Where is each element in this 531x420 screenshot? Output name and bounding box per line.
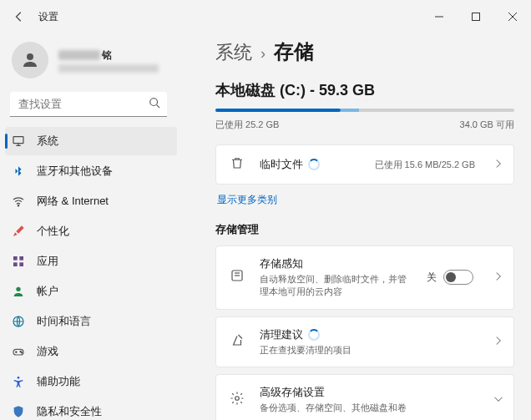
breadcrumb-current: 存储 xyxy=(274,38,314,65)
advanced-sub: 备份选项、存储空间、其他磁盘和卷 xyxy=(260,402,480,414)
svg-rect-8 xyxy=(19,262,23,266)
search-box[interactable] xyxy=(10,92,167,117)
system-icon xyxy=(12,134,25,148)
user-name-blurred xyxy=(58,50,100,60)
temp-files-status: 已使用 15.6 MB/25.2 GB xyxy=(375,159,475,171)
chevron-right-icon: › xyxy=(260,45,266,63)
svg-point-2 xyxy=(150,99,158,106)
used-label: 已使用 25.2 GB xyxy=(215,119,279,131)
storage-sense-toggle[interactable] xyxy=(443,270,473,285)
svg-point-18 xyxy=(235,397,240,401)
trash-icon xyxy=(230,155,246,174)
game-icon xyxy=(12,345,25,358)
chevron-right-icon xyxy=(493,157,503,172)
toggle-label: 关 xyxy=(427,271,437,285)
nav-item-shield[interactable]: 隐私和安全性 xyxy=(5,397,177,420)
maximize-button[interactable] xyxy=(458,0,494,33)
avatar xyxy=(12,42,48,78)
free-label: 34.0 GB 可用 xyxy=(460,119,514,131)
nav-item-accessibility[interactable]: 辅助功能 xyxy=(5,367,177,396)
user-email-blurred xyxy=(58,64,159,73)
nav-label: 蓝牙和其他设备 xyxy=(37,164,113,179)
svg-point-4 xyxy=(18,205,18,206)
svg-point-13 xyxy=(21,352,22,353)
broom-icon xyxy=(230,332,246,351)
user-name-suffix: 铭 xyxy=(102,48,112,63)
nav-label: 应用 xyxy=(37,254,58,269)
storage-mgmt-header: 存储管理 xyxy=(215,222,514,237)
nav-label: 隐私和安全性 xyxy=(37,404,102,419)
storage-sense-sub: 自动释放空间、删除临时文件，并管理本地可用的云内容 xyxy=(260,273,413,299)
svg-rect-3 xyxy=(13,137,23,144)
disk-icon xyxy=(230,268,246,286)
accessibility-icon xyxy=(12,375,25,388)
bluetooth-icon xyxy=(12,164,25,178)
nav-item-apps[interactable]: 应用 xyxy=(5,247,177,276)
chevron-down-icon xyxy=(493,392,503,407)
globe-icon xyxy=(12,315,25,328)
nav-label: 帐户 xyxy=(37,284,58,299)
brush-icon xyxy=(12,225,25,238)
temp-files-title: 临时文件 xyxy=(260,157,303,172)
nav-item-person[interactable]: 帐户 xyxy=(5,277,177,306)
advanced-title: 高级存储设置 xyxy=(260,385,325,400)
nav-label: 个性化 xyxy=(37,224,69,239)
minimize-button[interactable] xyxy=(421,0,458,33)
svg-point-14 xyxy=(18,377,20,379)
spinner-icon xyxy=(308,329,320,341)
shield-icon xyxy=(12,405,25,418)
nav-label: 游戏 xyxy=(37,344,58,359)
cleanup-title: 清理建议 xyxy=(260,327,303,342)
breadcrumb: 系统 › 存储 xyxy=(215,38,514,65)
temp-files-card[interactable]: 临时文件 已使用 15.6 MB/25.2 GB xyxy=(215,144,514,185)
show-more-link[interactable]: 显示更多类别 xyxy=(217,193,514,207)
nav-item-system[interactable]: 系统 xyxy=(5,127,177,155)
nav-item-bluetooth[interactable]: 蓝牙和其他设备 xyxy=(5,157,177,185)
nav-label: 辅助功能 xyxy=(37,374,80,389)
apps-icon xyxy=(12,255,25,268)
storage-sense-title: 存储感知 xyxy=(260,256,303,271)
nav-label: 网络 & Internet xyxy=(37,194,109,209)
breadcrumb-parent[interactable]: 系统 xyxy=(215,40,252,65)
person-icon xyxy=(12,285,25,298)
cleanup-card[interactable]: 清理建议 正在查找要清理的项目 xyxy=(215,316,514,367)
svg-rect-7 xyxy=(13,262,18,266)
search-icon xyxy=(149,97,160,112)
gear-icon xyxy=(230,391,246,409)
svg-rect-0 xyxy=(473,13,480,21)
nav-item-wifi[interactable]: 网络 & Internet xyxy=(5,187,177,215)
user-block[interactable]: 铭 xyxy=(0,33,177,92)
chevron-right-icon xyxy=(493,334,503,349)
chevron-right-icon xyxy=(493,270,503,285)
nav-label: 时间和语言 xyxy=(37,314,91,329)
back-button[interactable] xyxy=(12,9,27,24)
nav-item-brush[interactable]: 个性化 xyxy=(5,217,177,245)
svg-point-1 xyxy=(27,53,33,60)
close-button[interactable] xyxy=(494,0,531,33)
storage-sense-card[interactable]: 存储感知 自动释放空间、删除临时文件，并管理本地可用的云内容 关 xyxy=(215,245,514,310)
nav-item-game[interactable]: 游戏 xyxy=(5,337,177,366)
nav-label: 系统 xyxy=(37,134,58,149)
window-title: 设置 xyxy=(38,10,58,24)
disk-title: 本地磁盘 (C:) - 59.3 GB xyxy=(215,80,514,100)
cleanup-sub: 正在查找要清理的项目 xyxy=(260,344,480,357)
wifi-icon xyxy=(12,195,25,208)
svg-rect-5 xyxy=(13,256,18,261)
svg-rect-6 xyxy=(19,256,23,261)
search-input[interactable] xyxy=(10,92,167,117)
storage-bar xyxy=(215,109,514,112)
svg-point-9 xyxy=(16,287,20,291)
spinner-icon xyxy=(308,159,320,170)
advanced-card[interactable]: 高级存储设置 备份选项、存储空间、其他磁盘和卷 xyxy=(215,374,514,420)
nav-item-globe[interactable]: 时间和语言 xyxy=(5,307,177,336)
